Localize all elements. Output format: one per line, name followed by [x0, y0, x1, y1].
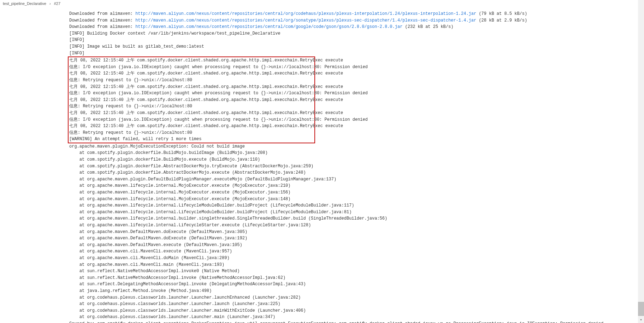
- download-prefix: Downloaded from alimaven:: [69, 11, 135, 16]
- stack-line: at org.apache.maven.lifecycle.internal.M…: [69, 196, 552, 203]
- info-line: [INFO]: [69, 37, 552, 43]
- breadcrumb-sep: ›: [49, 1, 51, 6]
- stack-line: at org.apache.maven.cli.MavenCli.main (M…: [69, 262, 552, 268]
- download-prefix: Downloaded from alimaven:: [69, 24, 135, 29]
- stack-line: at sun.reflect.NativeMethodAccessorImpl.…: [69, 275, 552, 281]
- stack-line: at org.codehaus.plexus.classworlds.launc…: [69, 314, 552, 321]
- error-line: 信息: Retrying request to {}->unix://local…: [69, 103, 314, 110]
- error-highlight-box: 七月 08, 2022 12:15:40 上午 com.spotify.dock…: [68, 56, 315, 143]
- stack-line: at org.apache.maven.lifecycle.internal.M…: [69, 183, 552, 189]
- error-line: 七月 08, 2022 12:15:40 上午 com.spotify.dock…: [69, 123, 314, 130]
- breadcrumb-item[interactable]: #27: [54, 1, 60, 6]
- stack-line: at org.apache.maven.lifecycle.internal.L…: [69, 209, 552, 216]
- stack-line: at org.apache.maven.plugin.DefaultBuildP…: [69, 176, 552, 183]
- download-line: Downloaded from alimaven: http://maven.a…: [69, 24, 552, 30]
- stack-line: at sun.reflect.NativeMethodAccessorImpl.…: [69, 268, 552, 275]
- download-suffix: (28 kB at 2.9 kB/s): [476, 18, 527, 23]
- breadcrumb-item[interactable]: test_pipeline_Declarative: [3, 1, 46, 6]
- info-line: [INFO]: [69, 50, 552, 57]
- caused-by-line: Caused by: com.spotify.docker.client.exc…: [69, 321, 552, 323]
- scrollbar-thumb[interactable]: [638, 302, 644, 316]
- error-line: 信息: I/O exception (java.io.IOException) …: [69, 90, 314, 97]
- stack-line: at org.codehaus.plexus.classworlds.launc…: [69, 301, 552, 307]
- stack-line: at com.spotify.plugin.dockerfile.BuildMo…: [69, 150, 552, 156]
- stack-line: at org.apache.maven.cli.MavenCli.doMain …: [69, 255, 552, 262]
- stack-line: at org.codehaus.plexus.classworlds.launc…: [69, 307, 552, 314]
- stack-line: at sun.reflect.DelegatingMethodAccessorI…: [69, 281, 552, 288]
- stack-line: at org.apache.maven.lifecycle.internal.M…: [69, 189, 552, 196]
- breadcrumb: test_pipeline_Declarative › #27: [0, 0, 65, 7]
- stack-line: at java.lang.reflect.Method.invoke (Meth…: [69, 288, 552, 294]
- download-link[interactable]: http://maven.aliyun.com/nexus/content/re…: [135, 24, 402, 29]
- stack-line: at com.spotify.plugin.dockerfile.Abstrac…: [69, 163, 552, 170]
- download-line: Downloaded from alimaven: http://maven.a…: [69, 17, 552, 24]
- stack-line: at org.apache.maven.lifecycle.internal.L…: [69, 202, 552, 209]
- error-line: 信息: Retrying request to {}->unix://local…: [69, 77, 314, 84]
- info-line: [INFO] Building Docker context /var/lib/…: [69, 30, 552, 37]
- download-link[interactable]: http://maven.aliyun.com/nexus/content/re…: [135, 11, 476, 16]
- stack-line: at com.spotify.plugin.dockerfile.Abstrac…: [69, 169, 552, 176]
- error-line: 信息: I/O exception (java.io.IOException) …: [69, 64, 314, 71]
- stack-line: at org.apache.maven.lifecycle.internal.L…: [69, 222, 552, 229]
- stack-line: at org.apache.maven.DefaultMaven.doExecu…: [69, 229, 552, 235]
- download-suffix: (79 kB at 8.5 kB/s): [476, 11, 527, 16]
- download-prefix: Downloaded from alimaven:: [69, 18, 135, 23]
- stack-line: at org.codehaus.plexus.classworlds.launc…: [69, 294, 552, 301]
- exception-header: org.apache.maven.plugin.MojoExecutionExc…: [69, 143, 552, 150]
- vertical-scrollbar[interactable]: ▾: [638, 0, 644, 323]
- error-line: 信息: Retrying request to {}->unix://local…: [69, 130, 314, 136]
- error-line: 七月 08, 2022 12:15:40 上午 com.spotify.dock…: [69, 57, 314, 64]
- error-line: 七月 08, 2022 12:15:40 上午 com.spotify.dock…: [69, 97, 314, 103]
- error-line: 七月 08, 2022 12:15:40 上午 com.spotify.dock…: [69, 84, 314, 90]
- stack-line: at org.apache.maven.lifecycle.internal.b…: [69, 215, 552, 222]
- download-link[interactable]: http://maven.aliyun.com/nexus/content/re…: [135, 18, 476, 23]
- download-line: Downloaded from alimaven: http://maven.a…: [69, 11, 552, 17]
- error-line: [WARNING] An attempt failed, will retry …: [69, 136, 314, 143]
- error-line: 信息: I/O exception (java.io.IOException) …: [69, 116, 314, 123]
- download-suffix: (232 kB at 25 kB/s): [402, 24, 453, 29]
- error-line: 七月 08, 2022 12:15:40 上午 com.spotify.dock…: [69, 110, 314, 116]
- stack-line: at com.spotify.plugin.dockerfile.BuildMo…: [69, 156, 552, 163]
- console-output: Downloaded from alimaven: http://maven.a…: [69, 0, 552, 323]
- stack-line: at org.apache.maven.cli.MavenCli.execute…: [69, 248, 552, 255]
- stack-line: at org.apache.maven.DefaultMaven.execute…: [69, 242, 552, 249]
- stack-line: at org.apache.maven.DefaultMaven.doExecu…: [69, 235, 552, 242]
- info-line: [INFO] Image will be built as gitlab_tes…: [69, 43, 552, 50]
- error-line: 七月 08, 2022 12:15:40 上午 com.spotify.dock…: [69, 70, 314, 77]
- scrollbar-down-arrow[interactable]: ▾: [638, 317, 644, 323]
